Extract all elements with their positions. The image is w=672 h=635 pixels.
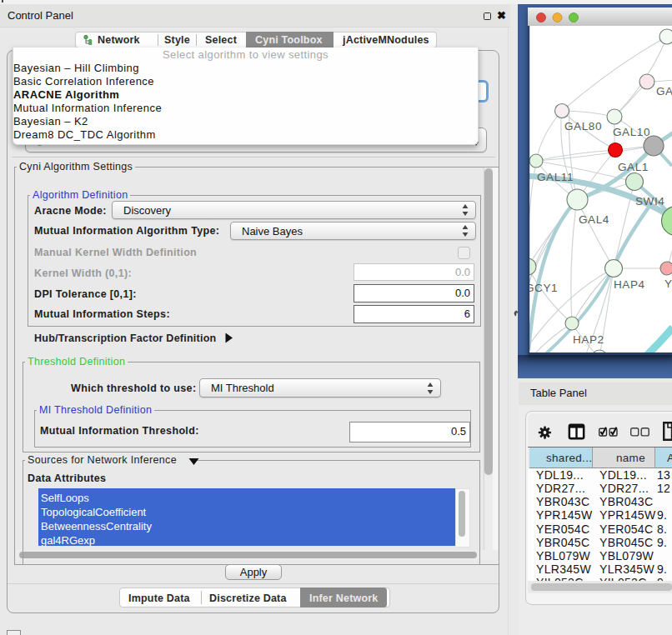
- svg-text:GAL4: GAL4: [579, 213, 609, 226]
- svg-text:GCY1: GCY1: [528, 282, 558, 294]
- svg-text:GAL10: GAL10: [613, 126, 650, 138]
- svg-text:HAP4: HAP4: [614, 278, 645, 291]
- svg-text:HAP2: HAP2: [573, 333, 604, 346]
- svg-text:GAL80: GAL80: [564, 120, 602, 132]
- svg-text:GAL: GAL: [656, 85, 672, 98]
- svg-text:Y: Y: [664, 278, 672, 290]
- svg-text:GAL1: GAL1: [618, 161, 649, 173]
- svg-text:SWI4: SWI4: [635, 195, 664, 208]
- svg-text:GAL11: GAL11: [537, 171, 574, 183]
